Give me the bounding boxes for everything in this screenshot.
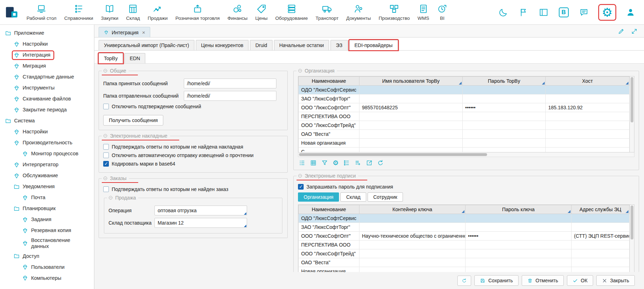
tree-item-content[interactable]: Монитор процессов (21, 150, 81, 158)
scrollbar-thumb[interactable] (299, 153, 487, 156)
tree-item[interactable]: Интерпретатор (0, 159, 94, 170)
user-cell[interactable] (359, 112, 463, 121)
password-cell[interactable] (463, 148, 546, 152)
collapse-icon[interactable] (298, 68, 303, 73)
flag-icon[interactable] (519, 7, 528, 17)
edit-pencil-icon[interactable] (618, 28, 625, 35)
name-cell[interactable]: Новая организация (299, 267, 359, 272)
tree-item[interactable]: Закрытие периода (0, 104, 94, 115)
get-messages-button[interactable]: Получить сообщения (103, 115, 163, 126)
tree-item[interactable]: Приложение (0, 28, 94, 39)
topbar-item-production[interactable]: Производство (375, 2, 414, 22)
user-icon[interactable] (626, 7, 636, 17)
tree-item[interactable]: Уведомления (0, 181, 94, 192)
name-cell[interactable]: ОАО "Веста" (299, 258, 359, 267)
export-icon[interactable] (366, 160, 373, 166)
grid-view-icon[interactable] (310, 160, 317, 166)
signature-row[interactable]: ПЕРСПЕКТИВА ООО (299, 241, 630, 249)
collapse-icon[interactable] (103, 176, 108, 181)
container-cell[interactable] (359, 241, 466, 249)
ask-password-checkbox-row[interactable]: Запрашивать пароль для подписания (298, 184, 634, 190)
integration-tab[interactable]: Druid (250, 40, 272, 50)
checkbox[interactable] (103, 186, 109, 192)
save-button[interactable]: Сохранить (474, 275, 519, 286)
notes-icon[interactable] (579, 7, 589, 17)
checkbox[interactable] (103, 161, 109, 167)
vertical-scrollbar[interactable] (630, 76, 634, 152)
topbar-item-desktop[interactable]: Рабочий стол (23, 2, 60, 22)
tree-item[interactable]: Задания (0, 214, 94, 225)
close-button[interactable]: Закрыть (596, 275, 635, 286)
signature-row[interactable]: ОАО "Веста" (299, 258, 630, 267)
tree-item-content[interactable]: Резервная копия (21, 227, 74, 235)
tree-item[interactable]: Система (0, 115, 94, 126)
tree-item-content[interactable]: Инструменты (13, 84, 57, 92)
tree-item-content[interactable]: Доступ (13, 252, 42, 260)
host-cell[interactable] (546, 130, 630, 139)
password-cell[interactable] (466, 223, 572, 232)
vertical-scrollbar[interactable] (630, 205, 634, 272)
add-condition-icon[interactable] (355, 160, 361, 166)
address-cell[interactable] (572, 241, 630, 249)
tree-item[interactable]: Пользователи (0, 261, 94, 272)
tree-item-content[interactable]: Закрытие периода (13, 106, 70, 114)
column-header-container[interactable]: Контейнер ключа (359, 205, 466, 214)
tree-item[interactable]: Производительность (0, 137, 94, 148)
scrollbar-thumb[interactable] (631, 206, 633, 239)
grid-settings-icon[interactable] (333, 160, 339, 166)
tree-item-content[interactable]: Настройки (13, 40, 51, 48)
disable-confirmation-checkbox-row[interactable]: Отключить подтверждение сообщений (103, 104, 283, 109)
tree-item-content[interactable]: Пользователи (21, 263, 68, 271)
group-change-icon[interactable] (299, 160, 305, 166)
container-cell[interactable] (359, 223, 466, 232)
user-cell[interactable]: 9855701648225 (359, 103, 463, 112)
host-cell[interactable] (546, 112, 630, 121)
integration-tab[interactable]: EDI-провайдеры (349, 40, 398, 50)
name-cell[interactable]: ООО "ЛюксСофтОпт" (299, 232, 359, 241)
tree-item-content[interactable]: Стандартные данные (13, 73, 77, 81)
app-logo[interactable] (4, 4, 20, 21)
topbar-item-wms[interactable]: WMS (414, 2, 433, 22)
password-cell[interactable] (466, 267, 572, 272)
tree-item[interactable]: Компьютеры (0, 272, 94, 283)
topbar-item-documents[interactable]: Документы (343, 2, 375, 22)
host-cell[interactable]: 185.183.120.92 (546, 103, 630, 112)
tree-item-content[interactable]: Обслуживание (13, 172, 61, 180)
topbar-item-sales[interactable]: Продажи (144, 2, 171, 22)
topbar-item-equipment[interactable]: Оборудование (271, 2, 312, 22)
refresh-button[interactable] (457, 276, 471, 286)
organization-row[interactable]: ПЕРСПЕКТИВА ООО (299, 112, 630, 121)
tree-item[interactable]: Инструменты (0, 82, 94, 93)
column-header-name[interactable]: Наименование (299, 205, 359, 214)
password-cell[interactable]: •••••• (466, 232, 572, 241)
close-tab-icon[interactable]: × (142, 29, 145, 35)
layout-panel-icon[interactable] (539, 7, 549, 17)
column-header-service-address[interactable]: Адрес службы ЭЦ (572, 205, 630, 214)
tree-item[interactable]: Миграция (0, 60, 94, 71)
signature-row[interactable]: ЗАО "ЛюксСофтТорг" (299, 223, 630, 232)
user-cell[interactable] (359, 121, 463, 130)
tree-item[interactable]: Настройки (0, 39, 94, 50)
settings-gear-icon[interactable] (602, 6, 613, 18)
tree-item-content[interactable]: Восстановление данных (21, 237, 91, 250)
name-cell[interactable]: Новая организация (299, 139, 359, 148)
tree-item-content[interactable]: Компьютеры (21, 274, 64, 282)
signature-tab[interactable]: Сотрудник (368, 192, 403, 202)
name-cell[interactable]: ЗАО "ЛюксСофтТорг" (299, 94, 359, 103)
tree-item-content[interactable]: Скачивание файлов (13, 95, 74, 103)
checkbox[interactable] (103, 152, 109, 158)
user-cell[interactable] (359, 94, 463, 103)
collapse-icon[interactable] (108, 195, 113, 200)
horizontal-scrollbar[interactable] (298, 152, 634, 157)
tree-item[interactable]: Резервная копия (0, 225, 94, 236)
topbar-item-purchases[interactable]: Закупки (97, 2, 122, 22)
address-cell[interactable]: (СТТ) ЭЦП REST-сервисы (572, 232, 630, 241)
password-cell[interactable] (463, 94, 546, 103)
organization-row[interactable]: ЗАО "ЛюксСофтТорг" (299, 94, 630, 103)
tree-item[interactable]: Планировщик (0, 203, 94, 214)
user-cell[interactable] (359, 139, 463, 148)
tree-item[interactable]: Обслуживание (0, 170, 94, 181)
scrollbar-thumb[interactable] (631, 77, 633, 122)
integration-tab[interactable]: Цены конкурентов (196, 40, 249, 50)
organization-row[interactable]: ОАО "Веста" (299, 130, 630, 139)
